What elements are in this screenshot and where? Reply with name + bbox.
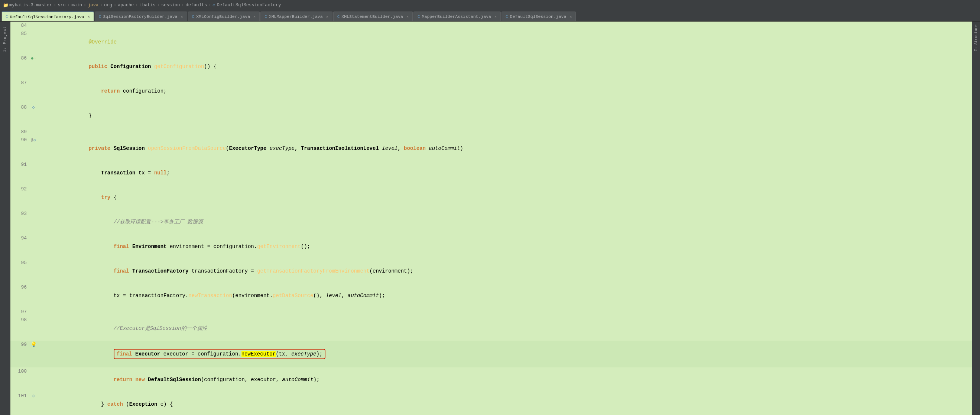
line-content[interactable]: [37, 22, 972, 30]
table-row: 92 try {: [10, 185, 972, 210]
tab-default-sql-session[interactable]: C DefaultSqlSession.java ✕: [501, 11, 576, 21]
gutter-icons: [30, 128, 37, 136]
line-content[interactable]: [37, 308, 972, 316]
tab-xml-statement-builder[interactable]: C XMLStatementBuilder.java ✕: [333, 11, 413, 21]
table-row: 91 Transaction tx = null;: [10, 161, 972, 185]
line-content[interactable]: public Configuration getConfiguration() …: [37, 54, 972, 79]
table-row: 101 ◇ } catch (Exception e) {: [10, 392, 972, 415]
line-number: 91: [10, 161, 30, 185]
tab-close-6[interactable]: ✕: [495, 14, 497, 19]
tab-close-3[interactable]: ✕: [253, 14, 256, 19]
gutter-icons: ◇: [30, 104, 37, 128]
fold-icon-3: ◇: [32, 393, 35, 399]
tab-label-7: DefaultSqlSession.java: [510, 14, 566, 19]
breadcrumb-bar: 📁 mybatis-3-master › src › main › java ›…: [0, 0, 980, 10]
tab-default-sql-session-factory[interactable]: C DefaultSqlSessionFactory.java ✕: [2, 11, 94, 21]
line-number: 93: [10, 210, 30, 234]
tab-label-5: XMLStatementBuilder.java: [341, 14, 403, 19]
tab-file-icon-3: C: [192, 14, 195, 19]
type-sqlsession: SqlSession: [114, 145, 145, 152]
breadcrumb-project[interactable]: mybatis-3-master: [9, 3, 52, 8]
tab-file-icon-4: C: [264, 14, 267, 19]
table-row: 95 final TransactionFactory transactionF…: [10, 259, 972, 283]
tab-label-3: XMLConfigBuilder.java: [196, 14, 250, 19]
tab-close-1[interactable]: ✕: [88, 14, 90, 19]
tab-sql-session-factory-builder[interactable]: C SqlSessionFactoryBuilder.java ✕: [95, 11, 187, 21]
table-row: 88 ◇ }: [10, 104, 972, 128]
breadcrumb-java[interactable]: java: [88, 3, 99, 8]
fold-icon-2: ◇: [33, 137, 36, 143]
tab-close-5[interactable]: ✕: [406, 14, 409, 19]
gutter-icons: [30, 185, 37, 210]
breadcrumb-class[interactable]: ⊙: [213, 3, 215, 8]
tab-mapper-builder-assistant[interactable]: C MapperBuilderAssistant.java ✕: [414, 11, 501, 21]
gutter-icons: ◇: [30, 392, 37, 415]
line-number: 87: [10, 79, 30, 104]
line-content[interactable]: return new DefaultSqlSession(configurati…: [37, 367, 972, 392]
gutter-icons: [30, 161, 37, 185]
breadcrumb-org[interactable]: org: [104, 3, 112, 8]
gutter-icons: [30, 22, 37, 30]
method-openSessionFromDataSource: openSessionFromDataSource: [148, 145, 226, 152]
line-number: 90: [10, 136, 30, 161]
line-content[interactable]: private SqlSession openSessionFromDataSo…: [37, 136, 972, 161]
breadcrumb-main[interactable]: main: [71, 3, 82, 8]
breadcrumb-defaults[interactable]: defaults: [186, 3, 207, 8]
tab-label-6: MapperBuilderAssistant.java: [422, 14, 491, 19]
breadcrumb-project-icon: 📁: [3, 3, 8, 8]
tab-close-2[interactable]: ✕: [181, 14, 183, 19]
table-row: 94 final Environment environment = confi…: [10, 234, 972, 259]
tab-close-4[interactable]: ✕: [326, 14, 328, 19]
breadcrumb-classname[interactable]: DefaultSqlSessionFactory: [217, 3, 281, 8]
breadcrumb-apache[interactable]: apache: [118, 3, 134, 8]
line-number: 85: [10, 30, 30, 54]
line-number: 88: [10, 104, 30, 128]
gutter-icons: [30, 259, 37, 283]
editor-area[interactable]: 84 85 @Override 86 ●↑: [10, 22, 972, 415]
gutter-icons: [30, 367, 37, 392]
line-content[interactable]: final TransactionFactory transactionFact…: [37, 259, 972, 283]
line-content[interactable]: Transaction tx = null;: [37, 161, 972, 185]
line-number: 86: [10, 54, 30, 79]
structure-sidebar-tab[interactable]: Z: Structure: [973, 22, 979, 54]
line-content[interactable]: return configuration;: [37, 79, 972, 104]
keyword-private: private: [88, 145, 110, 152]
tab-label-2: SqlSessionFactoryBuilder.java: [103, 14, 177, 19]
tab-xml-config-builder[interactable]: C XMLConfigBuilder.java ✕: [188, 11, 260, 21]
line-number: 101: [10, 392, 30, 415]
project-sidebar-label[interactable]: 1: Project: [3, 26, 7, 52]
table-row: 96 tx = transactionFactory.newTransactio…: [10, 283, 972, 308]
line-number: 96: [10, 283, 30, 308]
line-number: 84: [10, 22, 30, 30]
code-table: 84 85 @Override 86 ●↑: [10, 22, 972, 415]
line-content[interactable]: } catch (Exception e) {: [37, 392, 972, 415]
line-content[interactable]: tx = transactionFactory.newTransaction(e…: [37, 283, 972, 308]
line-number: 97: [10, 308, 30, 316]
table-row: 90 @◇ private SqlSession openSessionFrom…: [10, 136, 972, 161]
line-content[interactable]: try {: [37, 185, 972, 210]
line-content[interactable]: //获取环境配置--->事务工厂 数据源: [37, 210, 972, 234]
breadcrumb-src[interactable]: src: [57, 3, 66, 8]
gutter-icons: [30, 210, 37, 234]
table-row: 87 return configuration;: [10, 79, 972, 104]
line-content[interactable]: [37, 128, 972, 136]
gutter-icons: @◇: [30, 136, 37, 161]
line-content[interactable]: @Override: [37, 30, 972, 54]
tab-xml-mapper-builder[interactable]: C XMLMapperBuilder.java ✕: [261, 11, 332, 21]
breadcrumb-ibatis[interactable]: ibatis: [140, 3, 156, 8]
table-row-highlighted: 99 💡 final Executor executor = configura…: [10, 341, 972, 367]
line-content[interactable]: final Executor executor = configuration.…: [37, 341, 972, 367]
gutter-icons: [30, 316, 37, 341]
bulb-icon: 💡: [30, 342, 37, 348]
breakpoint-icon: ●: [30, 56, 33, 61]
line-number: 89: [10, 128, 30, 136]
tab-close-7[interactable]: ✕: [570, 14, 572, 19]
line-number: 100: [10, 367, 30, 392]
gutter-icons: [30, 234, 37, 259]
line-content[interactable]: }: [37, 104, 972, 128]
line-content[interactable]: //Executor是SqlSession的一个属性: [37, 316, 972, 341]
tab-label-1: DefaultSqlSessionFactory.java: [10, 14, 84, 19]
line-content[interactable]: final Environment environment = configur…: [37, 234, 972, 259]
breadcrumb-session[interactable]: session: [161, 3, 180, 8]
table-row: 89: [10, 128, 972, 136]
